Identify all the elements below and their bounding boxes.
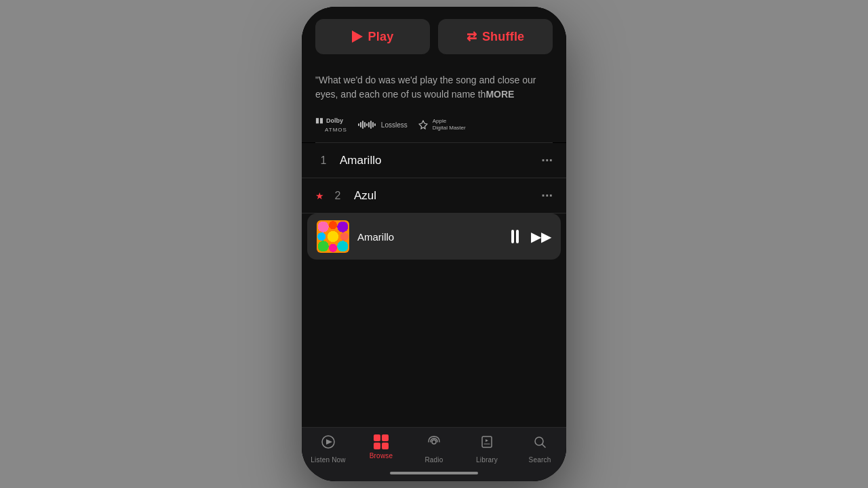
pause-button[interactable] [511,230,519,243]
library-label: Library [476,456,498,464]
quote-section: "What we'd do was we'd play the song and… [302,64,566,110]
lossless-label: Lossless [381,121,408,129]
search-icon [532,434,547,453]
tab-library[interactable]: Library [460,434,513,464]
track-item-1: 1 Amarillo ··· [302,143,566,178]
dolby-icon: ▮▮ Dolby [315,117,343,124]
tab-browse[interactable]: Browse [355,434,408,464]
now-playing-controls: ▶▶ [511,228,551,245]
radio-label: Radio [425,456,443,464]
lossless-badge: Lossless [358,120,408,129]
svg-marker-1 [326,439,332,445]
browse-label: Browse [370,452,393,460]
top-buttons-section: Play ⇄ Shuffle [302,7,566,64]
home-indicator [302,466,566,481]
lossless-icon [358,120,376,129]
listen-now-label: Listen Now [311,456,345,464]
track-star-2: ★ [315,190,324,201]
browse-cell-2 [382,434,389,441]
tab-radio[interactable]: Radio [408,434,460,464]
tab-search[interactable]: Search [513,434,566,464]
browse-icon [374,434,389,449]
more-button[interactable]: MORE [486,89,514,100]
fast-forward-button[interactable]: ▶▶ [531,228,551,245]
track-more-button-2[interactable]: ··· [541,188,553,203]
pause-bar-1 [511,230,514,243]
tab-bar: Listen Now Browse [302,427,566,466]
browse-cell-3 [374,443,380,449]
track-item-2: ★ 2 Azul ··· [302,178,566,214]
search-label: Search [529,456,551,464]
track-number-2: 2 [330,190,346,202]
browse-cell-4 [382,443,389,449]
album-art [317,220,349,253]
play-icon [352,30,363,43]
tab-listen-now[interactable]: Listen Now [302,434,355,464]
pause-bar-2 [516,230,519,243]
listen-now-icon [321,434,336,453]
screen: Play ⇄ Shuffle "What we'd do was we'd pl… [302,7,566,481]
shuffle-icon: ⇄ [467,29,477,44]
play-label: Play [368,30,394,44]
album-art-image [317,220,349,253]
browse-cell-1 [374,434,380,441]
phone-frame: Play ⇄ Shuffle "What we'd do was we'd pl… [302,7,566,481]
badges-section: ▮▮ Dolby ATMOS Lossless [302,110,566,142]
now-playing-title: Amarillo [357,231,503,243]
radio-icon [427,434,441,453]
track-name-2[interactable]: Azul [354,189,541,203]
library-icon [479,434,494,453]
track-name-1[interactable]: Amarillo [340,154,541,167]
track-list: 1 Amarillo ··· ★ 2 Azul ··· Amarillo [302,143,566,427]
play-button[interactable]: Play [315,19,430,54]
home-bar [390,472,478,474]
dolby-atmos-badge: ▮▮ Dolby ATMOS [315,117,347,133]
track-more-button-1[interactable]: ··· [541,152,553,168]
apple-digital-master-badge: Apple Digital Master [418,118,466,131]
shuffle-button[interactable]: ⇄ Shuffle [438,19,553,54]
now-playing-bar[interactable]: Amarillo ▶▶ [307,214,561,260]
svg-point-2 [432,440,436,444]
track-number-1: 1 [315,155,332,167]
svg-rect-3 [482,436,492,447]
shuffle-label: Shuffle [482,30,524,44]
adm-icon [418,120,428,129]
